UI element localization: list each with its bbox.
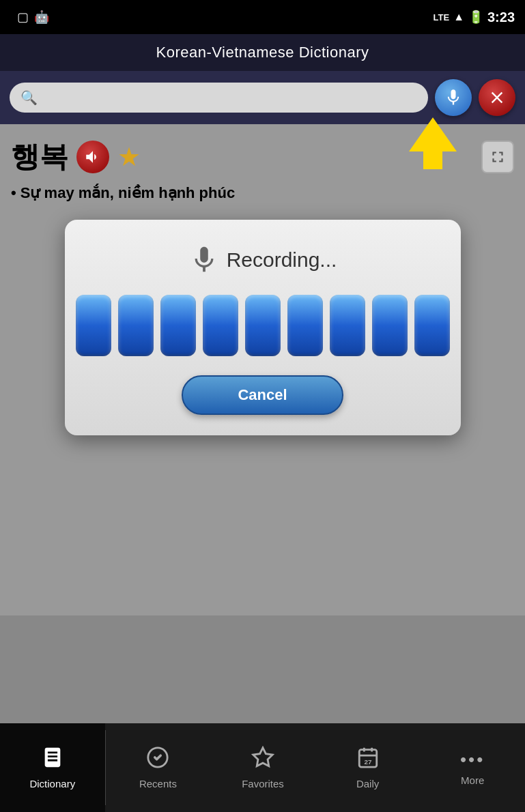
status-bar: ▢ 🤖 LTE ▲ 🔋 3:23 — [0, 0, 525, 34]
svg-marker-1 — [253, 748, 272, 766]
mic-button[interactable] — [435, 79, 472, 116]
star-icon[interactable]: ★ — [117, 142, 141, 172]
daily-icon: 27 — [356, 746, 380, 774]
speaker-button[interactable] — [76, 141, 109, 173]
audio-bar-5 — [245, 295, 281, 356]
svg-text:27: 27 — [364, 758, 372, 766]
nav-label-dictionary: Dictionary — [29, 778, 75, 789]
lte-badge: LTE — [434, 12, 450, 23]
expand-icon — [489, 148, 507, 166]
audio-bar-4 — [203, 295, 238, 356]
nav-item-recents[interactable]: Recents — [106, 723, 211, 812]
app-header: Korean-Vietnamese Dictionary — [0, 34, 525, 71]
nav-label-recents: Recents — [139, 778, 177, 789]
speaker-icon — [84, 148, 102, 166]
search-input[interactable] — [43, 91, 417, 105]
android-icon: 🤖 — [34, 10, 49, 25]
signal-icon: ▲ — [453, 11, 464, 23]
search-icon: 🔍 — [20, 89, 38, 106]
mic-icon-large — [188, 244, 220, 276]
arrow-indicator — [409, 117, 457, 169]
expand-button[interactable] — [481, 141, 514, 173]
audio-bar-2 — [118, 295, 154, 356]
nav-item-favorites[interactable]: Favorites — [210, 723, 315, 812]
close-button[interactable] — [479, 79, 515, 116]
nav-item-daily[interactable]: 27 Daily — [315, 723, 421, 812]
audio-bar-3 — [160, 295, 196, 356]
app-title: Korean-Vietnamese Dictionary — [156, 44, 369, 61]
favorites-icon — [251, 746, 274, 774]
word-korean: 행복 — [11, 138, 68, 176]
nav-label-more: More — [461, 774, 484, 786]
content-area: 행복 ★ • Sự may mắn, niềm hạnh phúc Record… — [0, 124, 525, 615]
audio-bar-7 — [330, 295, 365, 356]
nav-label-daily: Daily — [356, 778, 379, 789]
sim-icon: ▢ — [17, 10, 29, 25]
recording-dialog: Recording... Cancel — [65, 220, 461, 435]
bars-container — [76, 295, 450, 356]
recents-icon — [146, 746, 169, 774]
recording-label-row: Recording... — [188, 244, 337, 276]
close-icon — [487, 88, 507, 107]
battery-icon: 🔋 — [468, 10, 483, 25]
audio-bar-1 — [76, 295, 111, 356]
more-icon: ••• — [460, 749, 485, 770]
definition-text: • Sự may mắn, niềm hạnh phúc — [11, 184, 514, 202]
audio-bar-8 — [372, 295, 408, 356]
audio-bar-9 — [414, 295, 450, 356]
time-display: 3:23 — [487, 10, 515, 25]
search-input-wrapper: 🔍 — [10, 83, 428, 113]
bottom-nav: Dictionary Recents Favorites 27 — [0, 723, 525, 812]
nav-item-dictionary[interactable]: Dictionary — [0, 723, 105, 812]
dictionary-icon — [41, 746, 64, 774]
mic-icon — [444, 88, 463, 107]
nav-item-more[interactable]: ••• More — [420, 723, 525, 812]
search-bar-container: 🔍 — [0, 71, 525, 124]
audio-bar-6 — [287, 295, 323, 356]
cancel-button[interactable]: Cancel — [182, 375, 343, 415]
recording-text: Recording... — [227, 248, 337, 272]
nav-label-favorites: Favorites — [242, 778, 284, 789]
